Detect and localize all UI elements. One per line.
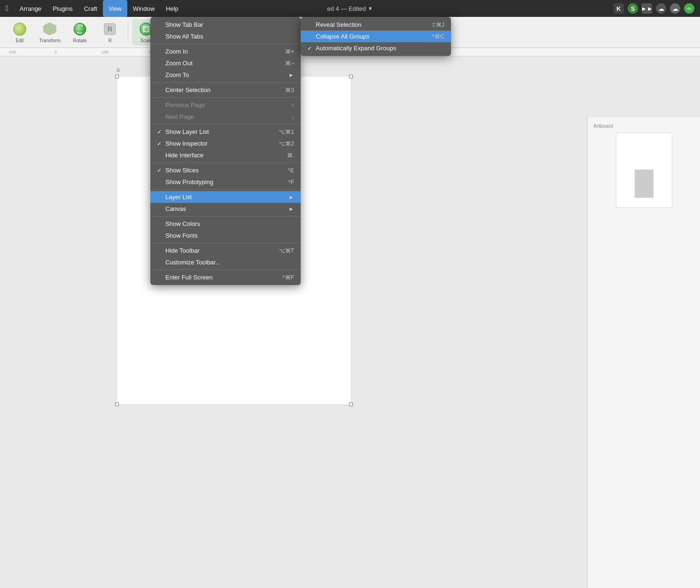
menu-show-all-tabs[interactable]: Show All Tabs xyxy=(150,31,301,42)
separator-2 xyxy=(150,82,301,83)
menu-hide-toolbar[interactable]: Hide Toolbar ⌥⌘T xyxy=(150,245,301,256)
shortcut-next-page: ↓ xyxy=(291,114,294,120)
menu-next-page-label: Next Page xyxy=(165,113,291,120)
shortcut-previous-page: ↑ xyxy=(291,102,294,108)
checkmark-show-slices: ✓ xyxy=(157,167,164,174)
artboard-thumb-label: Artboard xyxy=(593,123,694,129)
rotate-icon xyxy=(72,22,87,37)
menu-customize-toolbar-label: Customize Toolbar... xyxy=(165,259,294,266)
artboard-label: a xyxy=(117,67,120,73)
menu-show-colors[interactable]: Show Colors xyxy=(150,218,301,230)
checkmark-auto-expand: ✓ xyxy=(307,45,315,52)
toolbar-r-btn[interactable]: R R xyxy=(96,19,124,46)
submenu-collapse-all-groups[interactable]: Collapse All Groups ^⌘C xyxy=(301,31,451,42)
document-title: ed 4 — Edited ▼ xyxy=(327,5,373,12)
toolbar-rotate-btn[interactable]: Rotate xyxy=(66,19,94,46)
menubar-craft[interactable]: Craft xyxy=(78,0,103,17)
separator-5 xyxy=(150,162,301,163)
transform-label: Transform xyxy=(39,38,60,43)
menubar-items:  Arrange Plugins Craft View Window Help xyxy=(0,0,184,17)
menu-hide-interface[interactable]: Hide Interface ⌘. xyxy=(150,149,301,161)
menu-show-slices-label: Show Slices xyxy=(165,167,288,174)
menu-zoom-out-label: Zoom Out xyxy=(165,60,285,67)
handle-br xyxy=(349,402,353,406)
r-label: R xyxy=(108,38,111,43)
submenu-reveal-selection-label: Reveal Selection xyxy=(316,21,431,28)
rotate-label: Rotate xyxy=(73,38,86,43)
shortcut-zoom-out: ⌘− xyxy=(285,60,294,67)
system-icon-4: ☁ xyxy=(656,3,666,14)
menu-show-tab-bar[interactable]: Show Tab Bar xyxy=(150,19,301,31)
menu-show-layer-list[interactable]: ✓ Show Layer List ⌥⌘1 xyxy=(150,126,301,138)
shortcut-zoom-in: ⌘+ xyxy=(285,48,294,55)
shortcut-hide-interface: ⌘. xyxy=(287,152,294,159)
ruler-mark-neg100: -100 xyxy=(8,50,54,54)
handle-tr xyxy=(349,75,353,78)
submenu-collapse-all-groups-label: Collapse All Groups xyxy=(316,33,432,40)
checkmark-show-inspector: ✓ xyxy=(157,140,164,147)
menu-show-colors-label: Show Colors xyxy=(165,220,294,227)
toolbar-transform-btn[interactable]: Transform xyxy=(36,19,64,46)
system-icon-2: S xyxy=(628,3,638,14)
arrow-zoom-to: ► xyxy=(288,72,294,78)
layer-list-submenu: Reveal Selection ⇧⌘J Collapse All Groups… xyxy=(301,17,451,56)
arrow-canvas: ► xyxy=(288,206,294,212)
menu-show-prototyping[interactable]: Show Prototyping ^F xyxy=(150,176,301,188)
handle-tl xyxy=(115,75,119,78)
shortcut-collapse-all-groups: ^⌘C xyxy=(432,33,444,40)
menubar-apple[interactable]:  xyxy=(0,0,14,17)
shortcut-show-inspector: ⌥⌘2 xyxy=(279,140,294,147)
toolbar-edit-btn[interactable]: Edit xyxy=(6,19,34,46)
arrow-layer-list: ► xyxy=(288,194,294,201)
shortcut-enter-full-screen: ^⌘F xyxy=(282,274,294,281)
artboard-thumbnail xyxy=(616,132,672,208)
menubar-arrange[interactable]: Arrange xyxy=(14,0,47,17)
separator-3 xyxy=(150,97,301,98)
menu-canvas[interactable]: Canvas ► xyxy=(150,203,301,215)
menu-zoom-in[interactable]: Zoom In ⌘+ xyxy=(150,46,301,57)
menu-show-tab-bar-label: Show Tab Bar xyxy=(165,21,294,28)
menu-customize-toolbar[interactable]: Customize Toolbar... xyxy=(150,256,301,268)
submenu-auto-expand-label: Automatically Expand Groups xyxy=(316,45,444,52)
menu-zoom-to[interactable]: Zoom To ► xyxy=(150,69,301,81)
toolbar-divider-1 xyxy=(128,23,128,42)
menu-zoom-in-label: Zoom In xyxy=(165,48,285,55)
menu-canvas-label: Canvas xyxy=(165,205,287,212)
view-menu: Show Tab Bar Show All Tabs Zoom In ⌘+ Zo… xyxy=(150,17,301,285)
menubar-help[interactable]: Help xyxy=(160,0,184,17)
shortcut-show-prototyping: ^F xyxy=(288,179,294,186)
menu-zoom-out[interactable]: Zoom Out ⌘− xyxy=(150,57,301,69)
menu-previous-page[interactable]: Previous Page ↑ xyxy=(150,99,301,111)
separator-4 xyxy=(150,124,301,124)
menu-show-fonts[interactable]: Show Fonts xyxy=(150,230,301,241)
submenu-auto-expand[interactable]: ✓ Automatically Expand Groups xyxy=(301,42,451,54)
shortcut-center-selection: ⌘3 xyxy=(285,87,294,93)
menu-layer-list[interactable]: Layer List ► xyxy=(150,191,301,203)
menu-next-page[interactable]: Next Page ↓ xyxy=(150,111,301,123)
submenu-reveal-selection[interactable]: Reveal Selection ⇧⌘J xyxy=(301,19,451,31)
menubar-system-icons: K S ►► ☁ ☁ ∞ xyxy=(614,3,700,14)
menu-show-inspector[interactable]: ✓ Show Inspector ⌥⌘2 xyxy=(150,138,301,149)
menu-show-inspector-label: Show Inspector xyxy=(165,140,279,147)
menu-layer-list-label: Layer List xyxy=(165,193,287,201)
ruler-mark-100: 100 xyxy=(101,50,148,54)
ruler-mark-0: 0 xyxy=(54,50,101,54)
checkmark-show-layer-list: ✓ xyxy=(157,129,164,135)
separator-8 xyxy=(150,243,301,243)
handle-bl xyxy=(115,402,119,406)
menu-show-slices[interactable]: ✓ Show Slices ^E xyxy=(150,164,301,176)
right-panel: Artboard xyxy=(587,117,700,588)
transform-icon xyxy=(42,22,57,37)
menubar:  Arrange Plugins Craft View Window Help… xyxy=(0,0,700,17)
menu-show-fonts-label: Show Fonts xyxy=(165,232,294,239)
edit-label: Edit xyxy=(16,38,23,43)
menu-previous-page-label: Previous Page xyxy=(165,101,291,108)
menu-show-all-tabs-label: Show All Tabs xyxy=(165,33,294,40)
menubar-window[interactable]: Window xyxy=(127,0,160,17)
menu-show-prototyping-label: Show Prototyping xyxy=(165,178,288,186)
menu-center-selection[interactable]: Center Selection ⌘3 xyxy=(150,84,301,96)
menubar-plugins[interactable]: Plugins xyxy=(47,0,78,17)
menubar-view[interactable]: View xyxy=(103,0,127,17)
menu-enter-full-screen[interactable]: Enter Full Screen ^⌘F xyxy=(150,271,301,283)
system-icon-5: ☁ xyxy=(670,3,680,14)
